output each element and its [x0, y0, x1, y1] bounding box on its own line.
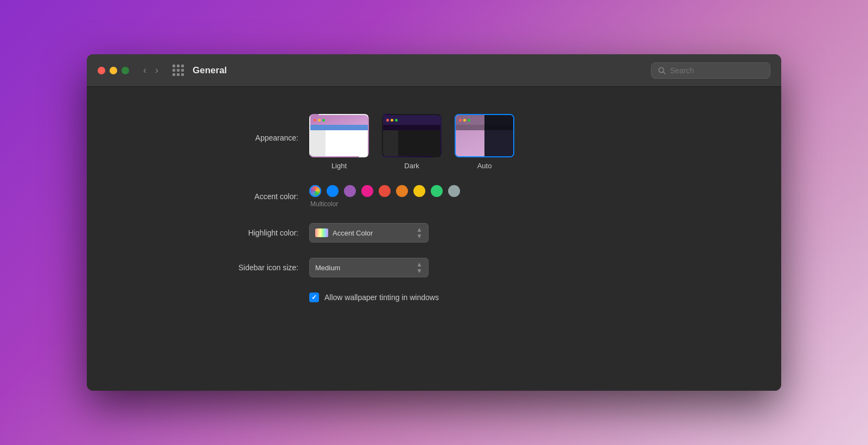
thumb-dot-green-dark — [395, 119, 398, 122]
highlight-color-row: Highlight color: Accent Color ▲ ▼ — [190, 223, 678, 243]
highlight-color-value: Accent Color — [333, 229, 412, 237]
appearance-row: Appearance: — [190, 109, 678, 170]
svg-line-1 — [663, 72, 666, 74]
close-button[interactable] — [98, 67, 105, 74]
appearance-option-light[interactable]: Light — [309, 114, 369, 170]
grid-icon[interactable] — [173, 65, 184, 76]
thumb-dark-bar — [383, 125, 441, 130]
appearance-thumbnail-light — [309, 114, 369, 157]
sidebar-icon-size-value: Medium — [315, 264, 412, 272]
thumb-dark-content — [383, 130, 441, 156]
thumb-light-titlebar — [310, 115, 368, 125]
sidebar-icon-size-row: Sidebar icon size: Medium ▲ ▼ — [190, 258, 678, 277]
appearance-label: Appearance: — [190, 114, 298, 142]
highlight-color-dropdown[interactable]: Accent Color ▲ ▼ — [309, 223, 429, 243]
thumb-auto-titlebar — [456, 115, 513, 125]
thumb-dot-red-dark — [386, 119, 389, 122]
appearance-options: Light — [309, 114, 514, 170]
accent-color-row: Accent color: Mu — [190, 185, 678, 208]
appearance-thumbnail-dark — [382, 114, 442, 157]
thumb-auto-bar — [456, 125, 513, 130]
chevron-updown-icon-size: ▲ ▼ — [416, 261, 423, 274]
color-circle-multicolor[interactable] — [309, 185, 321, 197]
checkmark-icon: ✓ — [311, 294, 317, 301]
back-button[interactable]: ‹ — [140, 62, 150, 78]
system-preferences-window: ‹ › General Appearance: — [87, 54, 781, 391]
grid-dot — [173, 73, 175, 76]
thumb-dark-sidebar — [383, 130, 398, 156]
search-icon — [658, 67, 666, 74]
nav-buttons: ‹ › — [140, 62, 162, 78]
color-circle-orange[interactable] — [396, 185, 408, 197]
thumb-dark-titlebar — [383, 115, 441, 125]
thumb-dot-yellow — [318, 119, 321, 122]
chevron-updown-icon: ▲ ▼ — [416, 226, 423, 239]
grid-dot — [181, 73, 184, 76]
color-circle-graphite[interactable] — [448, 185, 460, 197]
appearance-option-dark[interactable]: Dark — [382, 114, 442, 170]
thumb-light-sidebar — [310, 130, 326, 156]
color-name: Multicolor — [310, 200, 460, 208]
color-circles — [309, 185, 460, 197]
thumb-light-bar — [310, 125, 368, 130]
thumb-dot-red-auto — [459, 119, 462, 122]
settings-panel: Appearance: — [190, 109, 678, 302]
search-bar[interactable] — [651, 62, 770, 79]
grid-dot — [177, 69, 180, 72]
minimize-button[interactable] — [110, 67, 117, 74]
maximize-button[interactable] — [122, 67, 129, 74]
accent-colors: Multicolor — [309, 185, 460, 208]
thumb-dot-yellow-dark — [391, 119, 393, 122]
highlight-color-label: Highlight color: — [190, 228, 298, 237]
window-title: General — [193, 65, 227, 76]
grid-dot — [177, 73, 180, 76]
wallpaper-tinting-row: ✓ Allow wallpaper tinting in windows — [309, 293, 678, 302]
color-circle-pink[interactable] — [361, 185, 373, 197]
highlight-gradient-icon — [315, 228, 328, 237]
grid-dot — [177, 65, 180, 67]
content-area: Appearance: — [87, 87, 781, 391]
color-circle-red[interactable] — [379, 185, 391, 197]
thumb-light-content — [310, 130, 368, 156]
wallpaper-tinting-checkbox[interactable]: ✓ — [309, 293, 319, 302]
grid-dot — [173, 65, 175, 67]
appearance-name-dark: Dark — [404, 162, 419, 170]
appearance-thumbnail-auto — [455, 114, 514, 157]
grid-dot — [173, 69, 175, 72]
color-circle-blue[interactable] — [327, 185, 339, 197]
thumb-dot-green — [322, 119, 325, 122]
search-input[interactable] — [670, 66, 763, 75]
wallpaper-tinting-label: Allow wallpaper tinting in windows — [324, 293, 439, 302]
appearance-option-auto[interactable]: Auto — [455, 114, 514, 170]
forward-button[interactable]: › — [152, 62, 162, 78]
thumb-dot-yellow-auto — [463, 119, 466, 122]
color-circle-yellow[interactable] — [413, 185, 425, 197]
grid-dot — [181, 69, 184, 72]
thumb-dot-red — [314, 119, 316, 122]
color-circle-purple[interactable] — [344, 185, 356, 197]
grid-dot — [181, 65, 184, 67]
sidebar-icon-size-dropdown[interactable]: Medium ▲ ▼ — [309, 258, 429, 277]
thumb-light-main — [326, 130, 368, 156]
appearance-name-auto: Auto — [477, 162, 492, 170]
thumb-dot-green-auto — [468, 119, 470, 122]
color-circle-green[interactable] — [431, 185, 443, 197]
appearance-name-light: Light — [331, 162, 347, 170]
traffic-lights — [98, 67, 129, 74]
sidebar-icon-size-label: Sidebar icon size: — [190, 263, 298, 272]
accent-color-label: Accent color: — [190, 192, 298, 201]
thumb-dark-main — [398, 130, 441, 156]
titlebar: ‹ › General — [87, 54, 781, 87]
